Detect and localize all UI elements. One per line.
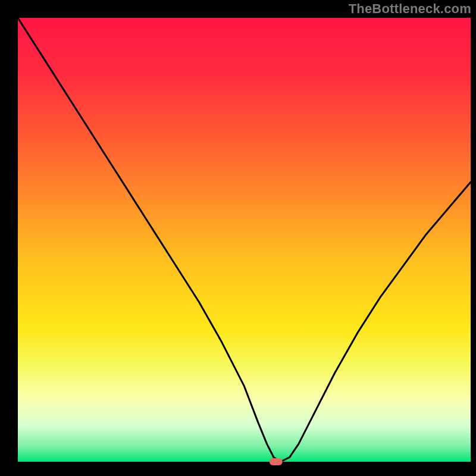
watermark-text: TheBottleneck.com [349, 1, 471, 17]
minimum-marker [270, 458, 283, 465]
plot-background [18, 18, 471, 462]
chart-container: TheBottleneck.com [0, 0, 476, 476]
bottleneck-chart [0, 0, 476, 476]
